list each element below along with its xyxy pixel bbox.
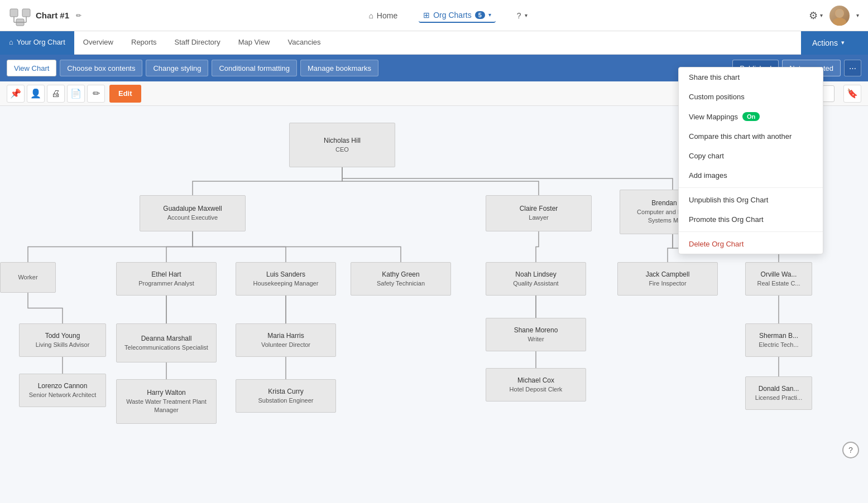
- compare-chart-item[interactable]: Compare this chart with another: [679, 127, 823, 146]
- delete-chart-item[interactable]: Delete Org Chart: [679, 234, 823, 254]
- more-options-button[interactable]: ⋯: [844, 60, 861, 76]
- user-avatar[interactable]: [829, 6, 850, 26]
- help-icon-nav: ?: [517, 11, 521, 20]
- copy-chart-item[interactable]: Copy chart: [679, 146, 823, 166]
- tab-staff-directory[interactable]: Staff Directory: [166, 31, 229, 55]
- actions-dropdown-menu: Share this chart Custom positions View M…: [678, 67, 823, 254]
- avatar-chevron[interactable]: ▾: [856, 12, 859, 18]
- add-images-item[interactable]: Add images: [679, 166, 823, 185]
- org-box-claire[interactable]: Claire FosterLawyer: [486, 195, 592, 231]
- nav-org-charts-label: Org Charts: [433, 11, 471, 20]
- edit-button[interactable]: Edit: [109, 85, 141, 103]
- choose-box-contents-button[interactable]: Choose box contents: [60, 60, 142, 76]
- org-box-maria[interactable]: Maria HarrisVolunteer Director: [236, 323, 336, 357]
- org-box-shane[interactable]: Shane MorenoWriter: [486, 318, 586, 351]
- tab-icon-home: ⌂: [9, 38, 13, 46]
- svg-rect-0: [10, 9, 18, 17]
- org-box-guadalupe[interactable]: Guadalupe MaxwellAccount Executive: [140, 195, 246, 231]
- tab-reports[interactable]: Reports: [122, 31, 166, 55]
- org-box-noah[interactable]: Noah LindseyQuality Assistant: [486, 262, 586, 296]
- view-mappings-item[interactable]: View Mappings On: [679, 107, 823, 127]
- promote-item[interactable]: Promote this Org Chart: [679, 210, 823, 229]
- draw-icon: ✏: [93, 88, 100, 99]
- nav-home-label: Home: [377, 11, 397, 20]
- tab-vacancies[interactable]: Vacancies: [279, 31, 330, 55]
- change-styling-button[interactable]: Change styling: [146, 60, 208, 76]
- print-button[interactable]: 🖨: [47, 85, 65, 103]
- pin-button[interactable]: 📌: [7, 85, 25, 103]
- chart-logo-icon: [9, 4, 31, 27]
- question-mark-icon: ?: [848, 446, 853, 454]
- export-button[interactable]: 📄: [67, 85, 85, 103]
- org-box-orville[interactable]: Orville Wa...Real Estate C...: [745, 262, 812, 296]
- draw-button[interactable]: ✏: [87, 85, 105, 103]
- person-icon: 👤: [30, 88, 41, 99]
- logo-area: Chart #1 ✏: [9, 4, 87, 27]
- svg-point-8: [833, 18, 846, 26]
- export-icon: 📄: [70, 88, 81, 99]
- nav-org-charts[interactable]: ⊞ Org Charts 5 ▾: [419, 8, 496, 23]
- settings-button[interactable]: ⚙ ▾: [809, 9, 823, 22]
- gear-icon: ⚙: [809, 9, 818, 22]
- view-mappings-toggle: On: [742, 112, 760, 121]
- org-box-michael[interactable]: Michael CoxHotel Deposit Clerk: [486, 368, 586, 402]
- org-box-worker[interactable]: Worker: [0, 262, 56, 293]
- manage-bookmarks-button[interactable]: Manage bookmarks: [300, 60, 378, 76]
- org-box-todd[interactable]: Todd YoungLiving Skills Advisor: [19, 323, 106, 357]
- nav-help-chevron: ▾: [525, 12, 527, 18]
- org-box-lorenzo[interactable]: Lorenzo CannonSenior Network Architect: [19, 374, 106, 407]
- svg-point-9: [836, 9, 843, 17]
- unpublish-item[interactable]: Unpublish this Org Chart: [679, 190, 823, 210]
- print-icon: 🖨: [51, 89, 60, 99]
- tab-bar: ⌂ Your Org Chart Overview Reports Staff …: [0, 31, 868, 55]
- dropdown-divider-2: [679, 231, 823, 232]
- tab-map-view[interactable]: Map View: [229, 31, 279, 55]
- org-charts-icon: ⊞: [423, 11, 430, 20]
- tab-overview[interactable]: Overview: [74, 31, 122, 55]
- nav-right-area: ⚙ ▾ ▾: [809, 6, 859, 26]
- home-icon: ⌂: [368, 11, 373, 20]
- org-charts-badge: 5: [475, 11, 485, 19]
- main-navigation: ⌂ Home ⊞ Org Charts 5 ▾ ? ▾: [98, 8, 798, 23]
- conditional-formatting-button[interactable]: Conditional formatting: [212, 60, 296, 76]
- org-box-deanna[interactable]: Deanna MarshallTelecommunications Specia…: [116, 323, 217, 362]
- view-chart-button[interactable]: View Chart: [7, 60, 56, 76]
- org-box-sherman[interactable]: Sherman B...Electric Tech...: [745, 323, 812, 357]
- org-box-krista[interactable]: Krista CurrySubstation Engineer: [236, 379, 336, 413]
- dropdown-divider-1: [679, 187, 823, 188]
- org-box-jack[interactable]: Jack CampbellFire Inspector: [617, 262, 718, 296]
- help-button[interactable]: ?: [842, 442, 859, 458]
- org-charts-chevron[interactable]: ▾: [488, 12, 491, 18]
- org-box-harry[interactable]: Harry WaltonWaste Water Treatment Plant …: [116, 379, 217, 424]
- nav-home[interactable]: ⌂ Home: [364, 9, 402, 22]
- org-box-kathy[interactable]: Kathy GreenSafety Technician: [351, 262, 451, 296]
- org-box-donald[interactable]: Donald San...Licensed Practi...: [745, 376, 812, 410]
- org-box-nicholas[interactable]: Nicholas HillCEO: [289, 123, 395, 167]
- actions-button[interactable]: Actions ▾: [801, 31, 868, 55]
- gear-chevron: ▾: [820, 12, 823, 18]
- pin-icon: 📌: [10, 88, 21, 99]
- share-chart-item[interactable]: Share this chart: [679, 67, 823, 87]
- nav-help[interactable]: ? ▾: [512, 9, 532, 22]
- tab-your-org-chart[interactable]: ⌂ Your Org Chart: [0, 31, 74, 55]
- actions-chevron: ▾: [841, 39, 845, 46]
- org-box-luis[interactable]: Luis SandersHousekeeping Manager: [236, 262, 336, 296]
- org-box-ethel[interactable]: Ethel HartProgrammer Analyst: [116, 262, 217, 296]
- top-navigation: Chart #1 ✏ ⌂ Home ⊞ Org Charts 5 ▾ ? ▾ ⚙…: [0, 0, 868, 31]
- chart-title: Chart #1: [36, 11, 69, 20]
- person-button[interactable]: 👤: [27, 85, 45, 103]
- custom-positions-item[interactable]: Custom positions: [679, 87, 823, 107]
- edit-chart-name-icon[interactable]: ✏: [76, 12, 81, 20]
- avatar-image: [829, 6, 850, 26]
- bookmarks-icon-button[interactable]: 🔖: [843, 85, 861, 103]
- svg-rect-1: [22, 9, 30, 17]
